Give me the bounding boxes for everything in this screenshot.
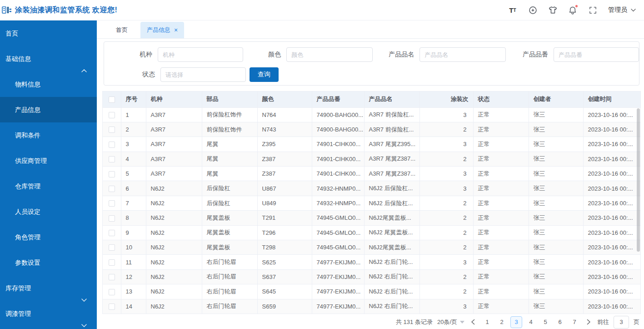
- row-checkbox[interactable]: [109, 186, 115, 192]
- row-checkbox[interactable]: [109, 244, 115, 251]
- page-button-4[interactable]: 4: [525, 316, 537, 328]
- next-page-button[interactable]: [585, 318, 593, 326]
- cell-col-0: 10: [121, 240, 146, 255]
- cell-col-0: 14: [121, 299, 146, 314]
- sidebar-item-home[interactable]: 首页: [0, 20, 97, 46]
- cell-col-6: 2: [419, 196, 473, 210]
- row-checkbox[interactable]: [109, 274, 115, 280]
- user-name: 管理员: [608, 6, 627, 14]
- row-checkbox-cell: [103, 196, 121, 210]
- row-checkbox[interactable]: [109, 304, 115, 310]
- query-button[interactable]: 查询: [250, 67, 279, 82]
- sidebar-item-personnel[interactable]: 人员设定: [0, 199, 97, 224]
- table-row: 4A3R7尾翼Z38774901-CIHK00...A3R7 尾翼Z387...…: [103, 152, 640, 166]
- cell-col-4: 74945-GMLO0...: [312, 240, 364, 255]
- table-row: 14N6J2右后门轮眉S65974977-EKIJM0...N6J2 右后门轮.…: [103, 299, 640, 314]
- cell-col-3: S659: [257, 299, 312, 314]
- row-checkbox[interactable]: [109, 127, 115, 133]
- page-button-5[interactable]: 5: [539, 316, 551, 328]
- row-checkbox[interactable]: [109, 289, 115, 295]
- page-button-6[interactable]: 6: [554, 316, 566, 328]
- cell-col-0: 1: [121, 107, 146, 122]
- brand: 涂装油漆调和监管系统 欢迎您!: [0, 5, 117, 15]
- cell-col-7: 正常: [473, 167, 529, 181]
- cell-col-0: 8: [121, 211, 146, 225]
- cell-col-8: 张三: [529, 225, 583, 240]
- machine-type-input[interactable]: [158, 47, 243, 62]
- font-size-icon[interactable]: TT: [508, 5, 517, 15]
- cell-col-0: 9: [121, 225, 146, 240]
- column-header-9: 创建时间: [583, 91, 640, 107]
- user-menu[interactable]: 管理员: [608, 6, 636, 14]
- status-select[interactable]: [160, 67, 246, 82]
- notification-bell-icon[interactable]: [568, 5, 577, 15]
- row-checkbox[interactable]: [109, 171, 115, 177]
- tab-home[interactable]: 首页: [110, 22, 134, 38]
- select-all-cell: [103, 91, 121, 107]
- color-input[interactable]: [286, 47, 373, 62]
- notification-dot: [575, 5, 578, 8]
- cell-col-9: 2023-10-16 00:...: [583, 284, 640, 299]
- cell-col-5: A3R7 前保险杠...: [364, 122, 419, 137]
- sidebar-item-material-info[interactable]: 物料信息: [0, 71, 97, 97]
- row-checkbox[interactable]: [109, 230, 115, 236]
- page-button-3[interactable]: 3: [510, 316, 522, 328]
- row-checkbox[interactable]: [109, 200, 115, 207]
- theme-circle-icon[interactable]: [528, 5, 537, 15]
- cell-col-7: 正常: [473, 152, 529, 166]
- sidebar-item-role-mgmt[interactable]: 角色管理: [0, 224, 97, 250]
- tab-product-info[interactable]: 产品信息 ×: [140, 22, 184, 38]
- page-button-7[interactable]: 7: [569, 316, 580, 328]
- product-number-input[interactable]: [554, 47, 639, 62]
- product-name-input[interactable]: [419, 47, 506, 62]
- vertical-scrollbar-thumb[interactable]: [637, 108, 640, 252]
- table-row: 2A3R7前保险杠饰件N74374900-BAHG00...A3R7 前保险杠.…: [103, 122, 640, 137]
- row-checkbox-cell: [103, 211, 121, 225]
- sidebar-item-parameter-settings[interactable]: 参数设置: [0, 250, 97, 275]
- sidebar-item-product-info[interactable]: 产品信息: [0, 97, 97, 122]
- chevron-down-icon: [81, 312, 87, 329]
- row-checkbox[interactable]: [109, 156, 115, 162]
- sidebar-item-warehouse-mgmt[interactable]: 仓库管理: [0, 173, 97, 199]
- cell-col-8: 张三: [529, 255, 583, 269]
- field-label-product-name: 产品品名: [373, 51, 414, 59]
- column-header-2: 部品: [202, 91, 257, 107]
- table-row: 1A3R7前保险杠饰件N76474900-BAHG00...A3R7 前保险杠.…: [103, 107, 640, 122]
- table-row: 6N6J2后保险杠U86774932-HNMP0...N6J2 后保险杠...3…: [103, 181, 640, 196]
- sidebar-item-paint-mgmt[interactable]: 调漆管理: [0, 301, 97, 326]
- cell-col-9: 2023-10-16 00:...: [583, 107, 640, 122]
- tab-bar: 首页 产品信息 ×: [97, 20, 644, 39]
- row-checkbox[interactable]: [109, 259, 115, 266]
- cell-col-1: N6J2: [146, 284, 202, 299]
- fullscreen-icon[interactable]: [588, 5, 597, 15]
- prev-page-button[interactable]: [469, 318, 477, 326]
- row-checkbox[interactable]: [109, 142, 115, 148]
- cell-col-7: 正常: [473, 255, 529, 269]
- search-row-2: 状态 查询: [104, 67, 639, 82]
- cell-col-4: 74932-HNMP0...: [312, 196, 364, 210]
- page-button-2[interactable]: 2: [496, 316, 508, 328]
- row-checkbox[interactable]: [109, 112, 115, 118]
- sidebar-item-basic-info[interactable]: 基础信息: [0, 46, 97, 71]
- skin-tshirt-icon[interactable]: [548, 5, 557, 15]
- cell-col-2: 后保险杠: [202, 181, 257, 196]
- sidebar-item-supplier-mgmt[interactable]: 供应商管理: [0, 148, 97, 173]
- sidebar-item-inventory-mgmt[interactable]: 库存管理: [0, 275, 97, 301]
- close-tab-icon[interactable]: ×: [174, 27, 178, 33]
- column-header-0: 序号: [121, 91, 146, 107]
- row-checkbox-cell: [103, 225, 121, 240]
- row-checkbox-cell: [103, 167, 121, 181]
- cell-col-5: N6J2 右后门轮...: [364, 284, 419, 299]
- sidebar-item-blend-condition[interactable]: 调和条件: [0, 122, 97, 148]
- select-all-checkbox[interactable]: [109, 96, 115, 103]
- field-label-machine: 机种: [104, 51, 152, 59]
- row-checkbox-cell: [103, 137, 121, 152]
- page-size-select[interactable]: 20条/页: [437, 318, 464, 326]
- row-checkbox[interactable]: [109, 215, 115, 222]
- page-button-1[interactable]: 1: [481, 316, 493, 328]
- cell-col-4: 74977-EKIJM0...: [312, 299, 364, 314]
- goto-page-input[interactable]: [614, 316, 629, 329]
- cell-col-2: 前保险杠饰件: [202, 107, 257, 122]
- row-checkbox-cell: [103, 269, 121, 284]
- cell-col-5: N6J2 尾翼盖板...: [364, 225, 419, 240]
